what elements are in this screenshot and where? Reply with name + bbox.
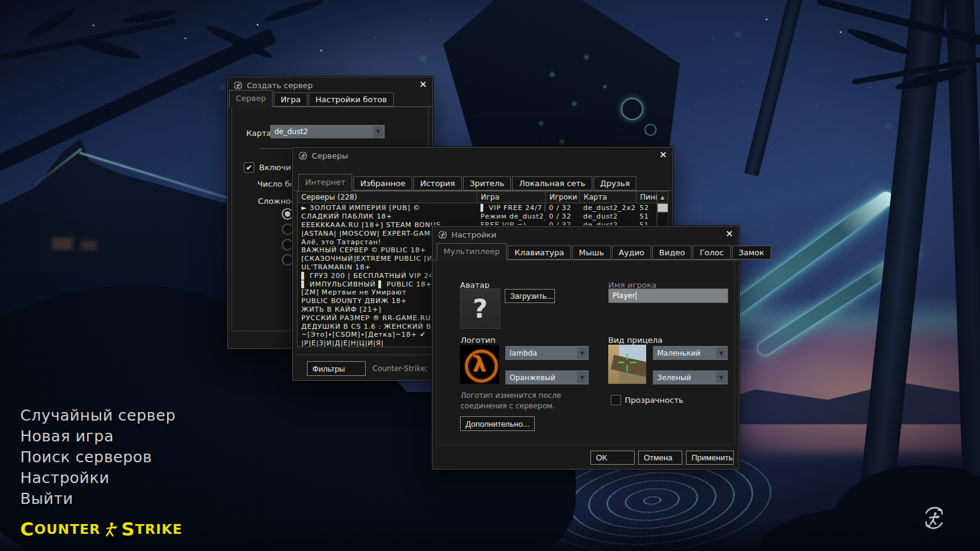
tab[interactable]: Избранное	[353, 176, 412, 190]
desktop: Случайный серверНовая играПоиск серверов…	[0, 0, 980, 551]
chevron-down-icon[interactable]: ▼	[373, 126, 383, 137]
servers-titlebar[interactable]: Серверы ✕	[293, 148, 673, 163]
crosshair-icon	[618, 362, 624, 363]
chevron-down-icon[interactable]: ▼	[716, 347, 726, 359]
chevron-down-icon[interactable]: ▼	[716, 372, 726, 383]
server-name: СЛАДКИЙ ПАБЛИК 18+	[298, 212, 477, 220]
tab[interactable]: Настройки ботов	[309, 92, 394, 107]
logo-color-dropdown[interactable]: Оранжевый ▼	[505, 370, 589, 384]
tab[interactable]: Видео	[652, 246, 692, 260]
avatar-placeholder: ?	[473, 294, 488, 324]
column-header-players[interactable]: Игроки	[546, 191, 580, 203]
server-players: 0 / 32	[545, 204, 579, 212]
tab[interactable]: Замок	[732, 246, 771, 260]
tab[interactable]: Голос	[693, 246, 730, 260]
ok-button[interactable]: OK	[590, 451, 635, 465]
column-header-map[interactable]: Карта	[580, 191, 636, 203]
tab[interactable]: Локальная сеть	[512, 176, 592, 190]
tab[interactable]: Зритель	[463, 176, 511, 190]
advanced-button[interactable]: Дополнительно...	[460, 416, 535, 431]
column-header-ping[interactable]: Пинг	[636, 191, 657, 203]
chevron-down-icon[interactable]: ▼	[577, 372, 587, 383]
window-title: Создать сервер	[247, 81, 313, 90]
cs-window-icon	[233, 81, 243, 90]
server-row[interactable]: ► ЗОЛОТАЯ ИМПЕРИЯ [PUB] © ▌ VIP FREE 24/…	[298, 204, 657, 212]
filter-value-label: Counter-Strike;	[372, 364, 428, 373]
tab[interactable]: Игра	[274, 92, 307, 107]
cs-window-icon	[298, 151, 307, 160]
settings-window: Настройки ✕ МультиплеерКлавиатураМышьАуд…	[432, 226, 739, 470]
window-title: Серверы	[312, 151, 349, 160]
filters-button[interactable]: Фильтры	[307, 361, 366, 376]
crosshair-icon	[627, 365, 628, 372]
menu-item[interactable]: Случайный сервер	[20, 408, 176, 424]
close-icon[interactable]: ✕	[725, 229, 733, 239]
map-dropdown[interactable]: de_dust2 ▼	[270, 125, 385, 138]
crosshair-size-value: Маленький	[657, 349, 701, 358]
lambda-icon: λ	[473, 353, 487, 375]
scroll-up-icon[interactable]: ▲	[657, 191, 668, 203]
cs-window-icon	[438, 230, 447, 239]
counter-strike-logo: COUNTER STRIKE	[20, 520, 183, 539]
close-icon[interactable]: ✕	[419, 80, 427, 89]
tab[interactable]: Аудио	[612, 246, 651, 260]
tab[interactable]: Сервер	[229, 90, 273, 107]
enable-bots-checkbox[interactable]: ✔	[244, 162, 254, 173]
logo-letter: C	[20, 520, 34, 539]
logo-text: TRIKE	[135, 520, 183, 539]
tab[interactable]: Мышь	[572, 246, 611, 260]
map-label: Карта	[246, 129, 271, 138]
crosshair-preview	[608, 345, 646, 384]
spray-logo-label: Логотип	[461, 335, 496, 345]
player-name-value: Player	[612, 291, 635, 300]
server-row[interactable]: СЛАДКИЙ ПАБЛИК 18+ Режим de_dust2_2x2 0 …	[298, 212, 657, 221]
logo-text: OUNTER	[34, 520, 100, 539]
menu-item[interactable]: Поиск серверов	[20, 449, 176, 465]
server-name: ► ЗОЛОТАЯ ИМПЕРИЯ [PUB] ©	[298, 204, 477, 212]
settings-titlebar[interactable]: Настройки ✕	[432, 227, 739, 242]
lambda-logo-preview: λ	[460, 345, 499, 384]
crosshair-icon	[627, 353, 628, 359]
tab[interactable]: Клавиатура	[508, 246, 571, 260]
cs-circle-logo-icon	[921, 504, 948, 531]
column-header-servers[interactable]: Серверы (228)	[297, 191, 477, 203]
close-icon[interactable]: ✕	[659, 150, 667, 160]
upload-avatar-button[interactable]: Загрузить...	[505, 289, 555, 303]
logo-color-value: Оранжевый	[510, 373, 556, 382]
divider	[432, 444, 739, 445]
menu-item[interactable]: Настройки	[20, 470, 176, 486]
player-name-input[interactable]: Player	[608, 288, 728, 303]
apply-button[interactable]: Применить	[686, 451, 734, 465]
logo-note: Логотип изменится после соединения с сер…	[461, 391, 588, 411]
tab[interactable]: Друзья	[594, 176, 637, 190]
column-header-game[interactable]: Игра	[477, 191, 546, 203]
tab[interactable]: Мультиплеер	[437, 243, 507, 260]
text-caret	[636, 291, 636, 300]
scroll-up-arrow: ▲	[660, 195, 664, 200]
server-game: ▌ VIP FREE 24/7 ▌	[477, 204, 545, 212]
logo-dropdown[interactable]: lambda ▼	[505, 346, 589, 360]
servers-tabs: ИнтернетИзбранноеИсторияЗрительЛокальная…	[293, 174, 672, 191]
crosshair-color-value: Зеленый	[657, 373, 691, 382]
main-menu: Случайный серверНовая играПоиск серверов…	[20, 381, 176, 512]
crosshair-color-dropdown[interactable]: Зеленый ▼	[653, 370, 728, 384]
server-map: de_dust2	[579, 212, 636, 220]
window-title: Настройки	[451, 230, 496, 239]
logo-dropdown-value: lambda	[510, 349, 537, 358]
scrollbar-thumb[interactable]	[657, 203, 668, 212]
menu-item[interactable]: Новая игра	[20, 429, 176, 444]
crosshair-size-dropdown[interactable]: Маленький ▼	[653, 346, 728, 360]
server-players: 0 / 32	[545, 212, 579, 220]
chevron-down-icon[interactable]: ▼	[577, 347, 587, 359]
cancel-button[interactable]: Отмена	[638, 451, 682, 465]
menu-item[interactable]: Выйти	[20, 491, 176, 507]
tab[interactable]: Интернет	[298, 174, 352, 191]
transparency-checkbox[interactable]	[611, 395, 621, 405]
crosshair-label: Вид прицела	[608, 335, 663, 345]
avatar[interactable]: ?	[460, 288, 500, 329]
server-list-header: Серверы (228) Игра Игроки Карта Пинг ▲	[297, 191, 668, 203]
crosshair-icon	[630, 362, 636, 363]
logo-letter: S	[121, 520, 135, 539]
tab[interactable]: История	[413, 176, 462, 190]
create-server-tabs: СерверИграНастройки ботов	[228, 91, 432, 107]
